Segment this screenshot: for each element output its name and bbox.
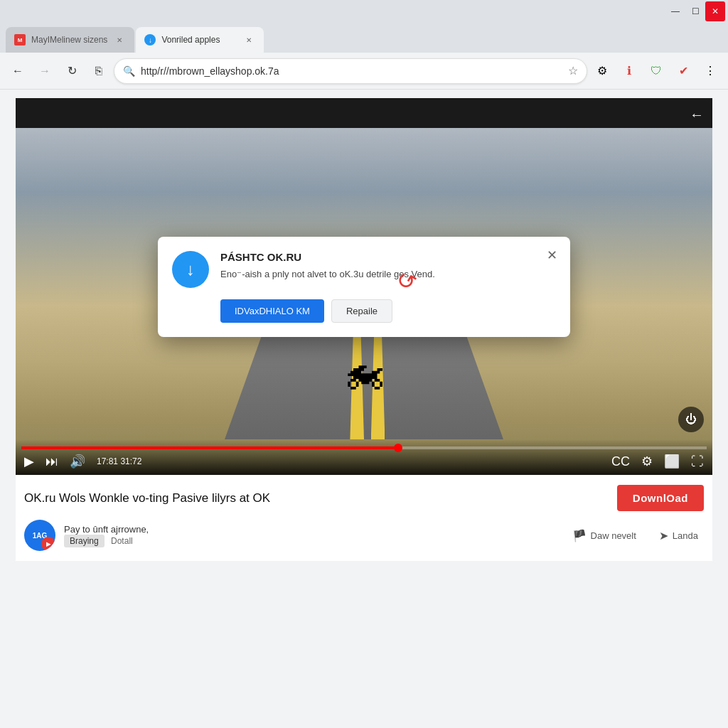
popup-secondary-button[interactable]: Repaile xyxy=(331,299,392,323)
landa-label: Landa xyxy=(673,530,698,541)
share-icon: ➤ xyxy=(659,529,668,542)
download-button[interactable]: DownlOad xyxy=(617,485,704,511)
tab2-title: Vonriled apples xyxy=(161,35,237,45)
time-display: 17:81 31:72 xyxy=(97,456,141,466)
miniplayer-button[interactable]: ⬜ xyxy=(661,452,682,471)
channel-avatar[interactable]: 1AG ▶ xyxy=(24,520,55,551)
minimize-button[interactable]: — xyxy=(665,1,685,21)
forward-button[interactable]: → xyxy=(33,59,57,83)
time-current: 17:81 xyxy=(97,456,118,466)
close-button[interactable]: ✕ xyxy=(705,1,725,21)
video-settings-button[interactable]: ⚙ xyxy=(638,452,655,471)
tab-bar: M MayIMelinew sizens ✕ ↓ Vonriled apples… xyxy=(0,23,728,53)
tab2-close[interactable]: ✕ xyxy=(242,33,255,46)
progress-dot xyxy=(394,444,402,452)
address-bar-row: ← → ↻ ⎘ 🔍 ☆ ⚙ ℹ 🛡 ✔ ⋮ xyxy=(0,53,728,90)
volume-button[interactable]: 🔊 xyxy=(67,452,88,471)
tab1-close[interactable]: ✕ xyxy=(113,33,126,46)
back-button[interactable]: ← xyxy=(6,59,30,83)
channel-actions: 🏴 Daw nevelt ➤ Landa xyxy=(567,526,704,545)
video-player[interactable]: 🏍 ← ⏻ ↓ PÁSHТС OK.RU Eno⁻-aish a pnly no… xyxy=(16,98,712,475)
progress-fill xyxy=(21,446,398,449)
play-button[interactable]: ▶ xyxy=(21,452,37,471)
channel-row: 1AG ▶ Pay to ûnft ajrrowne, Braying Dota… xyxy=(24,520,704,551)
settings-extension-icon[interactable]: ⚙ xyxy=(590,59,614,83)
tab-1[interactable]: M MayIMelinew sizens ✕ xyxy=(6,27,134,53)
bookmark-icon[interactable]: ☆ xyxy=(568,64,578,77)
popup-primary-button[interactable]: IDVaxDHIALO KM xyxy=(220,299,324,323)
video-title: OK.ru Wols Wonkle vo-ting Pasive lilyrs … xyxy=(24,491,270,505)
below-video-content: OK.ru Wols Wonkle vo-ting Pasive lilyrs … xyxy=(16,475,712,561)
time-total: 31:72 xyxy=(120,456,141,466)
channel-info: Pay to ûnft ajrrowne, Braying Dotall xyxy=(64,524,558,547)
maximize-button[interactable]: ☐ xyxy=(685,1,705,21)
cast-button[interactable]: ⎘ xyxy=(87,59,111,83)
main-content: 🏍 ← ⏻ ↓ PÁSHТС OK.RU Eno⁻-aish a pnly no… xyxy=(16,98,712,561)
channel-subscribe-info: Braying Dotall xyxy=(64,535,558,547)
download-arrow-icon: ↓ xyxy=(186,259,195,279)
next-button[interactable]: ⏭ xyxy=(43,453,61,471)
tab1-favicon: M xyxy=(14,34,26,46)
tab1-title: MayIMelinew sizens xyxy=(31,35,107,45)
tab2-favicon: ↓ xyxy=(144,34,156,46)
reload-button[interactable]: ↻ xyxy=(60,59,84,83)
landa-button[interactable]: ➤ Landa xyxy=(653,526,704,545)
flag-icon: 🏴 xyxy=(572,529,587,542)
channel-badge: ▶ xyxy=(41,537,55,551)
popup-text-area: PÁSHТС OK.RU Eno⁻-aish a pnly not alvet … xyxy=(220,251,553,282)
daw-nevelt-button[interactable]: 🏴 Daw nevelt xyxy=(567,526,642,545)
popup-header: ↓ PÁSHТС OK.RU Eno⁻-aish a pnly not alve… xyxy=(172,251,553,288)
video-title-row: OK.ru Wols Wonkle vo-ting Pasive lilyrs … xyxy=(24,485,704,511)
fullscreen-button[interactable]: ⛶ xyxy=(688,453,707,471)
popup-overlay: ↓ PÁSHТС OK.RU Eno⁻-aish a pnly not alve… xyxy=(16,98,712,475)
popup-buttons: IDVaxDHIALO KM Repaile xyxy=(220,299,553,323)
tab-2[interactable]: ↓ Vonriled apples ✕ xyxy=(136,27,264,53)
url-input[interactable] xyxy=(141,65,562,77)
channel-name: Pay to ûnft ajrrowne, xyxy=(64,524,558,535)
title-bar: — ☐ ✕ xyxy=(0,0,728,23)
progress-bar[interactable] xyxy=(21,446,707,449)
toolbar-extensions: ⚙ ℹ 🛡 ✔ ⋮ xyxy=(590,59,722,83)
captions-button[interactable]: CC xyxy=(609,453,633,471)
alert-extension-icon[interactable]: ℹ xyxy=(617,59,641,83)
video-controls: ▶ ⏭ 🔊 17:81 31:72 CC ⚙ ⬜ ⛶ xyxy=(16,439,712,475)
popup-download-icon: ↓ xyxy=(172,251,209,288)
shield-extension-icon[interactable]: 🛡 xyxy=(644,59,668,83)
popup-close-button[interactable]: ✕ xyxy=(542,245,562,265)
daw-nevelt-label: Daw nevelt xyxy=(591,530,636,541)
popup-description: Eno⁻-aish a pnly not alvet to oK.3u detr… xyxy=(220,267,553,282)
popup-title: PÁSHТС OK.RU xyxy=(220,251,553,263)
check-extension-icon[interactable]: ✔ xyxy=(671,59,695,83)
search-icon: 🔍 xyxy=(123,65,135,77)
controls-right: CC ⚙ ⬜ ⛶ xyxy=(609,452,707,471)
popup-dialog: ↓ PÁSHТС OK.RU Eno⁻-aish a pnly not alve… xyxy=(158,237,570,337)
controls-row: ▶ ⏭ 🔊 17:81 31:72 CC ⚙ ⬜ ⛶ xyxy=(16,452,712,475)
menu-button[interactable]: ⋮ xyxy=(698,59,722,83)
address-bar[interactable]: 🔍 ☆ xyxy=(114,58,587,84)
